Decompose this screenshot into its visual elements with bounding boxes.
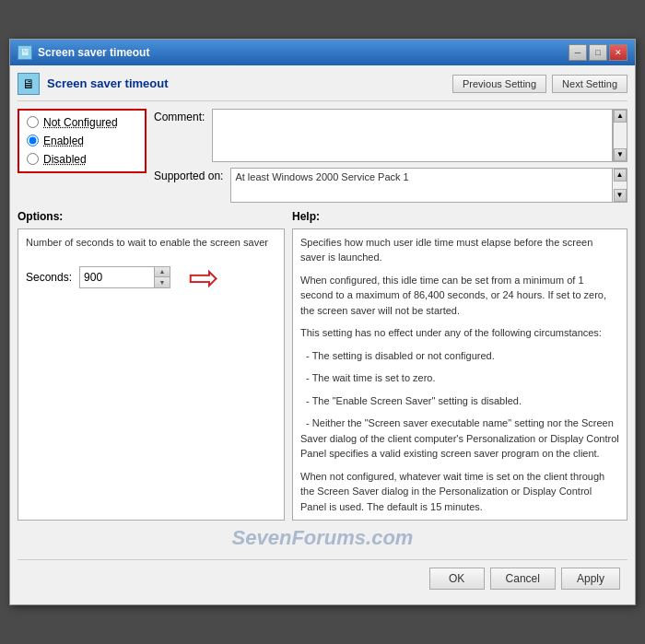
next-setting-button[interactable]: Next Setting	[552, 75, 627, 93]
help-p5: - The wait time is set to zero.	[300, 370, 619, 386]
radio-input-disabled[interactable]	[27, 153, 39, 165]
header-title: Screen saver timeout	[47, 76, 169, 90]
seconds-input-wrap: ▲ ▼	[79, 266, 170, 288]
spin-down-button[interactable]: ▼	[155, 277, 170, 287]
left-panel: Not Configured Enabled Disabled	[18, 109, 147, 203]
minimize-button[interactable]: ─	[569, 44, 587, 61]
radio-label-disabled: Disabled	[43, 153, 87, 166]
header-icon: 🖥	[18, 73, 40, 95]
seconds-row: Seconds: ▲ ▼ ⇦	[26, 259, 276, 296]
supported-scrollbar: ▲ ▼	[612, 169, 627, 202]
supported-value: At least Windows 2000 Service Pack 1	[231, 169, 612, 185]
comment-textarea[interactable]	[212, 109, 613, 162]
help-p8: When not configured, whatever wait time …	[300, 469, 619, 515]
cancel-button[interactable]: Cancel	[490, 568, 556, 590]
options-description: Number of seconds to wait to enable the …	[26, 237, 276, 248]
options-label: Options:	[18, 210, 285, 223]
supported-label: Supported on:	[154, 168, 223, 182]
help-p2: When configured, this idle time can be s…	[300, 273, 619, 319]
window-title: Screen saver timeout	[38, 46, 149, 59]
seconds-input[interactable]	[80, 267, 154, 287]
supported-section: Supported on: At least Windows 2000 Serv…	[154, 168, 627, 203]
help-panel: Specifies how much user idle time must e…	[292, 228, 627, 521]
scroll-down-arrow[interactable]: ▼	[614, 148, 627, 161]
previous-setting-button[interactable]: Previous Setting	[452, 75, 546, 93]
header-buttons: Previous Setting Next Setting	[452, 75, 627, 93]
radio-not-configured[interactable]: Not Configured	[27, 116, 137, 129]
content-area: 🖥 Screen saver timeout Previous Setting …	[10, 65, 635, 605]
title-buttons: ─ □ ✕	[569, 44, 627, 61]
ok-button[interactable]: OK	[429, 568, 485, 590]
spin-up-button[interactable]: ▲	[155, 267, 170, 277]
supported-value-wrap: At least Windows 2000 Service Pack 1 ▲ ▼	[230, 168, 627, 203]
radio-label-enabled: Enabled	[43, 135, 84, 147]
footer-buttons: OK Cancel Apply	[18, 559, 627, 597]
main-area: Not Configured Enabled Disabled Comm	[18, 109, 627, 203]
radio-input-not-configured[interactable]	[27, 116, 39, 128]
title-bar-left: 🖥 Screen saver timeout	[18, 45, 149, 60]
options-help-area: Number of seconds to wait to enable the …	[18, 228, 627, 521]
supported-scroll-down[interactable]: ▼	[614, 189, 627, 202]
radio-enabled[interactable]: Enabled	[27, 135, 137, 147]
radio-label-not-configured: Not Configured	[43, 116, 118, 129]
close-button[interactable]: ✕	[609, 44, 627, 61]
help-panel-wrapper: Specifies how much user idle time must e…	[292, 228, 627, 521]
arrow-icon: ⇦	[187, 259, 218, 296]
apply-button[interactable]: Apply	[561, 568, 620, 590]
comment-scrollbar: ▲ ▼	[613, 109, 627, 162]
title-bar: 🖥 Screen saver timeout ─ □ ✕	[10, 40, 635, 65]
maximize-button[interactable]: □	[589, 44, 607, 61]
help-label: Help:	[292, 210, 627, 223]
help-p3: This setting has no effect under any of …	[300, 325, 619, 341]
supported-scroll-up[interactable]: ▲	[614, 169, 627, 181]
comment-section: Comment: ▲ ▼	[154, 109, 627, 162]
header-left: 🖥 Screen saver timeout	[18, 73, 169, 95]
header-row: 🖥 Screen saver timeout Previous Setting …	[18, 73, 627, 101]
help-p7: - Neither the "Screen saver executable n…	[300, 416, 619, 462]
watermark: SevenForums.com	[18, 521, 627, 552]
seconds-label: Seconds:	[26, 271, 72, 284]
right-panel: Comment: ▲ ▼ Supported on: At least	[154, 109, 627, 203]
comment-label: Comment:	[154, 109, 205, 162]
radio-disabled[interactable]: Disabled	[27, 153, 137, 166]
options-panel: Number of seconds to wait to enable the …	[18, 228, 285, 521]
window-icon: 🖥	[18, 45, 32, 60]
radio-group: Not Configured Enabled Disabled	[18, 109, 147, 173]
help-p6: - The "Enable Screen Saver" setting is d…	[300, 393, 619, 409]
spinner-buttons: ▲ ▼	[154, 267, 170, 287]
main-window: 🖥 Screen saver timeout ─ □ ✕ 🖥 Screen sa…	[9, 39, 636, 606]
help-p4: - The setting is disabled or not configu…	[300, 348, 619, 364]
help-p1: Specifies how much user idle time must e…	[300, 235, 619, 265]
radio-input-enabled[interactable]	[27, 135, 39, 146]
scroll-up-arrow[interactable]: ▲	[614, 110, 627, 123]
